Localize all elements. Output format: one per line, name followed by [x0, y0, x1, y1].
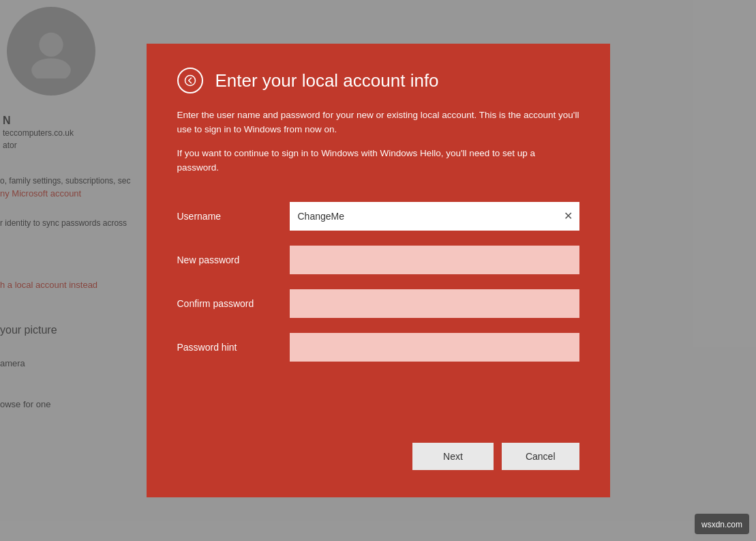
- new-password-label: New password: [177, 254, 290, 265]
- dialog-footer: Next Cancel: [177, 443, 579, 470]
- password-hint-row: Password hint: [177, 333, 579, 362]
- password-hint-input[interactable]: [290, 333, 579, 362]
- username-input[interactable]: [290, 202, 579, 231]
- confirm-password-input[interactable]: [290, 289, 579, 318]
- next-button[interactable]: Next: [412, 443, 494, 470]
- username-row: Username ✕: [177, 202, 579, 231]
- dialog-header: Enter your local account info: [177, 68, 579, 93]
- new-password-input-wrapper: [290, 246, 579, 274]
- dialog-desc1: Enter the user name and password for you…: [177, 108, 579, 137]
- dialog-overlay: Enter your local account info Enter the …: [0, 0, 756, 541]
- watermark-text: wsxdn.com: [701, 520, 742, 529]
- password-hint-label: Password hint: [177, 342, 290, 353]
- dialog-title: Enter your local account info: [215, 70, 439, 91]
- username-clear-button[interactable]: ✕: [562, 209, 574, 223]
- password-hint-input-wrapper: [290, 333, 579, 362]
- new-password-row: New password: [177, 246, 579, 274]
- confirm-password-label: Confirm password: [177, 298, 290, 309]
- confirm-password-input-wrapper: [290, 289, 579, 318]
- confirm-password-row: Confirm password: [177, 289, 579, 318]
- watermark: wsxdn.com: [695, 514, 749, 534]
- svg-point-2: [185, 76, 195, 86]
- form-section: Username ✕ New password Confirm password: [177, 202, 579, 415]
- dialog-desc2: If you want to continue to sign in to Wi…: [177, 147, 579, 175]
- username-label: Username: [177, 211, 290, 222]
- username-input-wrapper: ✕: [290, 202, 579, 231]
- back-button[interactable]: [177, 68, 203, 93]
- new-password-input[interactable]: [290, 246, 579, 274]
- cancel-button[interactable]: Cancel: [502, 443, 579, 470]
- local-account-dialog: Enter your local account info Enter the …: [147, 44, 610, 497]
